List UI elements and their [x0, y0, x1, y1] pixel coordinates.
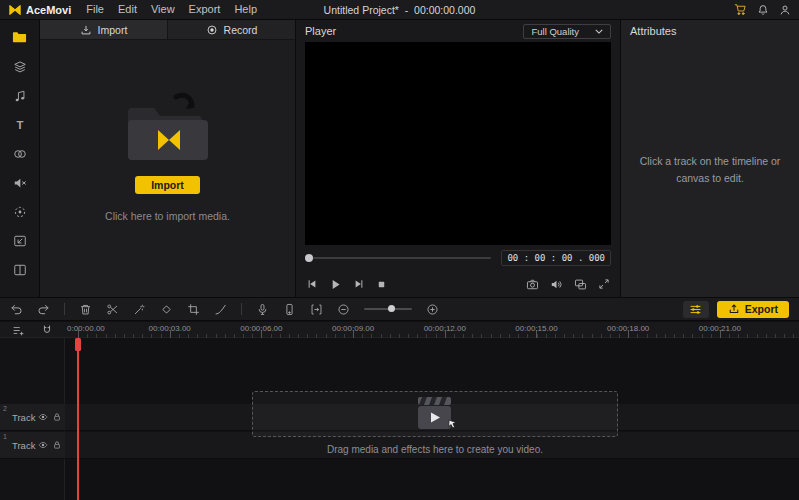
user-icon[interactable]: [779, 4, 791, 16]
menu-edit[interactable]: Edit: [111, 0, 144, 19]
track-1-visibility-toggle[interactable]: [38, 440, 48, 450]
player-title: Player: [305, 25, 336, 37]
sidebar-item-filters[interactable]: [6, 201, 34, 222]
track-1-header[interactable]: 1 Track: [0, 432, 65, 459]
add-track-button[interactable]: [12, 324, 25, 337]
export-icon: [728, 303, 740, 315]
sidebar-item-split-screen[interactable]: [6, 259, 34, 280]
track-1-lock-toggle[interactable]: [52, 440, 62, 450]
player-timecode: 00 : 00 : 00 . 000: [501, 250, 611, 266]
menu-file[interactable]: File: [79, 0, 111, 19]
voiceover-icon: [13, 176, 27, 190]
adjust-button[interactable]: [683, 301, 709, 318]
sidebar-item-voiceover[interactable]: [6, 172, 34, 193]
clapperboard-icon: [411, 393, 459, 435]
toolbar-divider: [64, 303, 65, 315]
media-icon: [12, 30, 27, 45]
voiceover-record-button[interactable]: [256, 303, 269, 316]
seek-knob[interactable]: [305, 254, 313, 262]
sidebar-item-effects[interactable]: [6, 56, 34, 77]
text-icon: T: [13, 118, 27, 132]
magnet-button[interactable]: [41, 324, 53, 336]
fullscreen-button[interactable]: [598, 278, 610, 290]
playhead-handle[interactable]: [75, 338, 81, 351]
tab-record[interactable]: Record: [167, 20, 295, 39]
track-2-header[interactable]: 2 Track: [0, 404, 65, 431]
ruler-label: 0:00:00.00: [67, 324, 105, 333]
sidebar-item-animation[interactable]: [6, 230, 34, 251]
bell-icon[interactable]: [757, 4, 769, 16]
track-2-visibility-toggle[interactable]: [38, 412, 48, 422]
media-panel: Import Record Import Click here to imp: [40, 20, 296, 297]
redo-button[interactable]: [37, 303, 50, 316]
prev-frame-button[interactable]: [306, 278, 318, 290]
chevron-down-icon: [595, 29, 603, 34]
attributes-body: Click a track on the timeline or canvas …: [621, 42, 799, 297]
sidebar-item-media[interactable]: [6, 27, 34, 48]
keyframe-icon: [160, 303, 173, 316]
stop-button[interactable]: [376, 279, 387, 290]
timeline: 0:00:00.00 00:00:03.00 00:00:06.00 00:00…: [0, 322, 799, 500]
menu-view[interactable]: View: [144, 0, 182, 19]
sidebar-item-text[interactable]: T: [6, 114, 34, 135]
track-label: Track: [12, 412, 35, 423]
timeline-dropzone[interactable]: [252, 391, 618, 437]
magnet-icon: [41, 324, 53, 336]
zoom-slider-knob[interactable]: [388, 305, 395, 312]
menu-help[interactable]: Help: [227, 0, 264, 19]
sidebar-item-transitions[interactable]: [6, 143, 34, 164]
split-button[interactable]: [106, 303, 119, 316]
play-button[interactable]: [329, 278, 342, 291]
ruler-label: 00:00:21.00: [699, 324, 741, 333]
speed-button[interactable]: [214, 303, 227, 316]
timeline-ruler[interactable]: 0:00:00.00 00:00:03.00 00:00:06.00 00:00…: [65, 322, 799, 338]
tab-import-label: Import: [98, 24, 128, 36]
menu-export[interactable]: Export: [182, 0, 228, 19]
playhead[interactable]: [77, 338, 79, 500]
wand-button[interactable]: [133, 303, 146, 316]
redo-icon: [37, 303, 50, 316]
keyframe-button[interactable]: [160, 303, 173, 316]
zoom-in-button[interactable]: [426, 303, 439, 316]
undo-button[interactable]: [10, 303, 23, 316]
timeline-zoom-slider[interactable]: [364, 308, 412, 310]
pip-button[interactable]: [574, 278, 587, 291]
import-button[interactable]: Import: [135, 176, 200, 194]
prev-frame-icon: [306, 278, 318, 290]
media-import-area[interactable]: Import Click here to import media.: [40, 40, 295, 297]
attributes-title: Attributes: [630, 25, 676, 37]
next-frame-button[interactable]: [353, 278, 365, 290]
tab-import[interactable]: Import: [40, 20, 167, 39]
eye-icon: [38, 440, 48, 450]
media-tabs: Import Record: [40, 20, 295, 40]
volume-button[interactable]: [550, 278, 563, 291]
zoom-out-button[interactable]: [337, 303, 350, 316]
track-number: 1: [3, 433, 7, 440]
screen-record-button[interactable]: [283, 303, 296, 316]
acemovi-logo-icon: [8, 4, 22, 16]
export-button[interactable]: Export: [717, 301, 789, 318]
timeline-body: 2 Track 1 Track: [0, 338, 799, 500]
tab-record-label: Record: [224, 24, 258, 36]
cart-icon[interactable]: [734, 3, 747, 16]
seek-bar[interactable]: [305, 257, 491, 259]
toolbar-divider: [241, 303, 242, 315]
seek-row: 00 : 00 : 00 . 000: [296, 245, 620, 271]
quality-dropdown[interactable]: Full Quality: [523, 24, 611, 39]
record-tab-icon: [206, 24, 218, 36]
next-frame-icon: [353, 278, 365, 290]
snapshot-button[interactable]: [526, 278, 539, 291]
animation-icon: [13, 234, 27, 248]
speed-curve-icon: [214, 303, 227, 316]
track-2-lock-toggle[interactable]: [52, 412, 62, 422]
crop-button[interactable]: [187, 303, 200, 316]
ruler-label: 00:00:06.00: [240, 324, 282, 333]
marker-button[interactable]: [310, 303, 323, 316]
menubar: AceMovi File Edit View Export Help Untit…: [0, 0, 799, 20]
delete-button[interactable]: [79, 303, 92, 316]
undo-icon: [10, 303, 23, 316]
eye-icon: [38, 412, 48, 422]
sidebar-item-audio[interactable]: [6, 85, 34, 106]
lock-icon: [52, 440, 62, 450]
ruler-label: 00:00:18.00: [607, 324, 649, 333]
